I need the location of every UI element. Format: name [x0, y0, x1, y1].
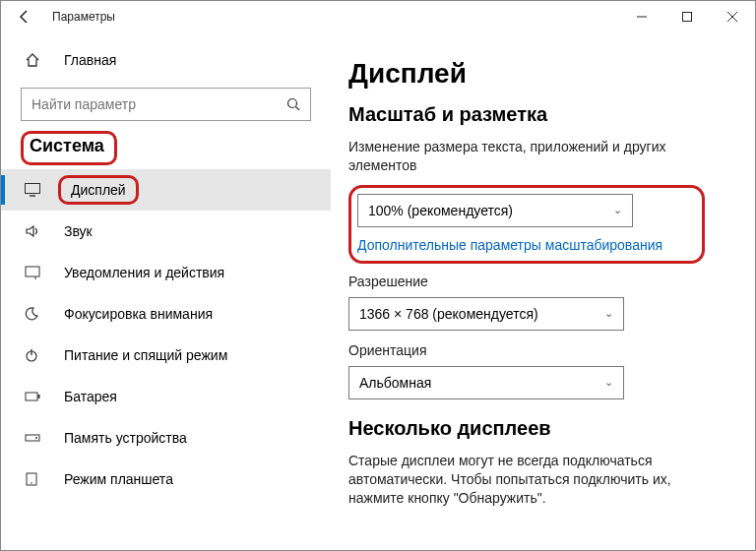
window-title: Параметры [52, 10, 115, 24]
storage-icon [25, 432, 46, 444]
sidebar-item-storage[interactable]: Память устройства [1, 417, 331, 459]
sidebar-item-label: Память устройства [64, 430, 187, 446]
maximize-button[interactable] [664, 1, 710, 32]
svg-rect-10 [26, 393, 37, 400]
multi-displays-desc: Старые дисплеи могут не всегда подключат… [348, 452, 727, 508]
sidebar-item-tablet[interactable]: Режим планшета [1, 459, 331, 500]
sidebar-item-label: Уведомления и действия [64, 265, 224, 280]
titlebar: Параметры [1, 1, 755, 32]
sidebar-home[interactable]: Главная [1, 40, 331, 80]
svg-point-13 [35, 437, 37, 439]
orientation-label: Ориентация [348, 342, 727, 358]
svg-line-3 [296, 107, 300, 111]
sidebar-item-label: Фокусировка внимания [64, 306, 213, 322]
page-title: Дисплей [348, 58, 727, 90]
home-icon [25, 52, 46, 68]
scale-description: Изменение размера текста, приложений и д… [348, 138, 727, 175]
resolution-value: 1366 × 768 (рекомендуется) [359, 306, 538, 322]
sidebar-item-label: Дисплей [69, 178, 128, 202]
tablet-icon [25, 472, 46, 486]
nav-list: Дисплей Звук Уведомления и действия Фо [1, 169, 331, 500]
back-button[interactable] [9, 1, 40, 32]
power-icon [25, 348, 46, 362]
scale-section-heading: Масштаб и разметка [348, 103, 727, 126]
window-controls [619, 1, 755, 32]
multi-displays-heading: Несколько дисплеев [348, 417, 727, 440]
sidebar: Главная Система Дисплей [1, 32, 331, 550]
chevron-down-icon: ⌄ [604, 307, 613, 320]
sidebar-item-notifications[interactable]: Уведомления и действия [1, 252, 331, 293]
close-button[interactable] [710, 1, 755, 32]
main-content: Дисплей Масштаб и разметка Изменение раз… [331, 32, 755, 550]
chevron-down-icon: ⌄ [604, 376, 613, 389]
display-icon [25, 183, 46, 197]
sidebar-item-display[interactable]: Дисплей [1, 169, 331, 211]
scale-dropdown[interactable]: 100% (рекомендуется) ⌄ [357, 194, 633, 227]
resolution-label: Разрешение [348, 274, 727, 289]
advanced-scaling-link[interactable]: Дополнительные параметры масштабирования [357, 237, 688, 253]
resolution-dropdown[interactable]: 1366 × 768 (рекомендуется) ⌄ [348, 297, 624, 331]
moon-icon [25, 307, 46, 321]
sidebar-item-label: Питание и спящий режим [64, 347, 227, 363]
sidebar-item-power[interactable]: Питание и спящий режим [1, 335, 331, 376]
sidebar-item-focus[interactable]: Фокусировка внимания [1, 293, 331, 335]
sidebar-item-label: Режим планшета [64, 471, 173, 487]
minimize-button[interactable] [619, 1, 664, 32]
orientation-dropdown[interactable]: Альбомная ⌄ [348, 366, 624, 399]
sidebar-home-label: Главная [64, 52, 116, 68]
highlight-category: Система [21, 131, 117, 165]
notifications-icon [25, 266, 46, 279]
battery-icon [25, 391, 46, 402]
sidebar-item-sound[interactable]: Звук [1, 211, 331, 252]
svg-rect-1 [683, 13, 692, 22]
sidebar-category: Система [30, 136, 104, 156]
sidebar-item-battery[interactable]: Батарея [1, 376, 331, 417]
highlight-scale-group: 100% (рекомендуется) ⌄ Дополнительные па… [348, 185, 705, 264]
search-field[interactable] [32, 96, 286, 112]
scale-dropdown-value: 100% (рекомендуется) [368, 203, 513, 218]
sound-icon [25, 224, 46, 238]
orientation-value: Альбомная [359, 375, 431, 391]
svg-point-2 [288, 99, 297, 108]
highlight-display: Дисплей [58, 175, 139, 205]
svg-rect-6 [26, 267, 39, 276]
search-input[interactable] [21, 88, 311, 121]
sidebar-item-label: Батарея [64, 389, 117, 404]
chevron-down-icon: ⌄ [613, 204, 622, 216]
svg-rect-11 [38, 395, 40, 398]
sidebar-item-label: Звук [64, 223, 93, 239]
search-icon [286, 97, 300, 111]
svg-point-15 [31, 482, 32, 484]
svg-rect-4 [26, 184, 40, 194]
